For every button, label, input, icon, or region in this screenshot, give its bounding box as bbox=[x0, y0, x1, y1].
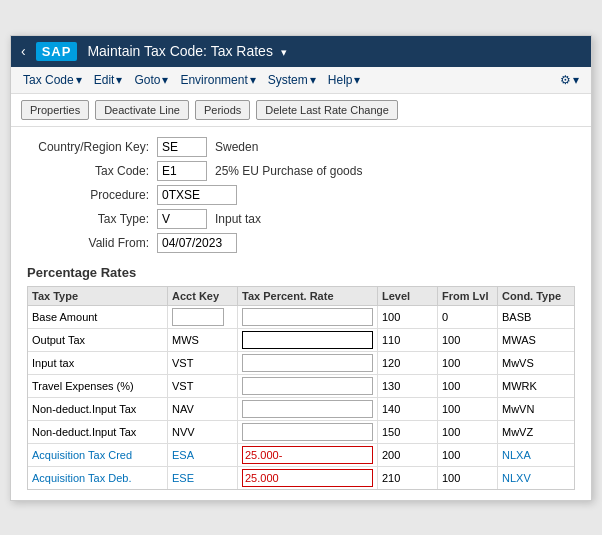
valid-from-label: Valid From: bbox=[27, 236, 157, 250]
cell-rate[interactable] bbox=[238, 329, 378, 351]
procedure-row: Procedure: bbox=[27, 185, 575, 205]
menu-bar: Tax Code ▾ Edit ▾ Goto ▾ Environment ▾ S… bbox=[11, 67, 591, 94]
country-region-input[interactable] bbox=[157, 137, 207, 157]
cell-tax-type: Base Amount bbox=[28, 306, 168, 328]
table-header: Tax Type Acct Key Tax Percent. Rate Leve… bbox=[28, 287, 574, 306]
table-row: Travel Expenses (%) VST 130 100 MWRK bbox=[28, 375, 574, 398]
cell-level: 130 bbox=[378, 375, 438, 397]
menu-tax-code[interactable]: Tax Code ▾ bbox=[19, 71, 86, 89]
rate-input-red[interactable] bbox=[242, 469, 373, 487]
procedure-input[interactable] bbox=[157, 185, 237, 205]
tax-type-input[interactable] bbox=[157, 209, 207, 229]
valid-from-row: Valid From: bbox=[27, 233, 575, 253]
cell-from-lvl: 100 bbox=[438, 398, 498, 420]
cell-tax-type: Output Tax bbox=[28, 329, 168, 351]
cond-type-value: NLXA bbox=[502, 449, 531, 461]
tax-type-label: Tax Type: bbox=[27, 212, 157, 226]
cell-from-lvl: 100 bbox=[438, 444, 498, 466]
valid-from-input[interactable] bbox=[157, 233, 237, 253]
country-region-name: Sweden bbox=[215, 140, 258, 154]
country-region-row: Country/Region Key: Sweden bbox=[27, 137, 575, 157]
procedure-label: Procedure: bbox=[27, 188, 157, 202]
cell-tax-type: Non-deduct.Input Tax bbox=[28, 421, 168, 443]
col-acct-key: Acct Key bbox=[168, 287, 238, 305]
rate-input[interactable] bbox=[242, 377, 373, 395]
tax-code-desc: 25% EU Purchase of goods bbox=[215, 164, 362, 178]
cell-acct-key[interactable] bbox=[168, 306, 238, 328]
menu-system[interactable]: System ▾ bbox=[264, 71, 320, 89]
cell-level: 100 bbox=[378, 306, 438, 328]
cell-acct-key: MWS bbox=[168, 329, 238, 351]
menu-environment[interactable]: Environment ▾ bbox=[176, 71, 259, 89]
toolbar: Properties Deactivate Line Periods Delet… bbox=[11, 94, 591, 127]
settings-menu[interactable]: ⚙ ▾ bbox=[556, 71, 583, 89]
cell-cond-type: MwVN bbox=[498, 398, 578, 420]
chevron-down-icon: ▾ bbox=[354, 73, 360, 87]
form-section: Country/Region Key: Sweden Tax Code: 25%… bbox=[27, 137, 575, 253]
tax-type-desc: Input tax bbox=[215, 212, 261, 226]
title-bar: ‹ SAP Maintain Tax Code: Tax Rates ▾ bbox=[11, 36, 591, 67]
cell-level: 150 bbox=[378, 421, 438, 443]
cell-rate[interactable] bbox=[238, 444, 378, 466]
col-level: Level bbox=[378, 287, 438, 305]
cell-level: 110 bbox=[378, 329, 438, 351]
acct-key-input[interactable] bbox=[172, 308, 224, 326]
cell-cond-type: MWRK bbox=[498, 375, 578, 397]
cell-tax-type[interactable]: Acquisition Tax Deb. bbox=[28, 467, 168, 489]
cell-tax-type: Non-deduct.Input Tax bbox=[28, 398, 168, 420]
table-row: Output Tax MWS 110 100 MWAS bbox=[28, 329, 574, 352]
main-window: ‹ SAP Maintain Tax Code: Tax Rates ▾ Tax… bbox=[10, 35, 592, 501]
cell-cond-type: MwVZ bbox=[498, 421, 578, 443]
rate-input[interactable] bbox=[242, 400, 373, 418]
window-title: Maintain Tax Code: Tax Rates ▾ bbox=[87, 43, 581, 59]
cell-cond-type: NLXA bbox=[498, 444, 578, 466]
chevron-down-icon: ▾ bbox=[250, 73, 256, 87]
back-button[interactable]: ‹ bbox=[21, 43, 26, 59]
tax-code-input[interactable] bbox=[157, 161, 207, 181]
chevron-down-icon: ▾ bbox=[573, 73, 579, 87]
tax-type-link[interactable]: Acquisition Tax Cred bbox=[32, 449, 132, 461]
rate-input[interactable] bbox=[242, 331, 373, 349]
menu-edit[interactable]: Edit ▾ bbox=[90, 71, 127, 89]
properties-button[interactable]: Properties bbox=[21, 100, 89, 120]
cell-rate[interactable] bbox=[238, 398, 378, 420]
tax-code-label: Tax Code: bbox=[27, 164, 157, 178]
cell-rate[interactable] bbox=[238, 375, 378, 397]
content-area: Country/Region Key: Sweden Tax Code: 25%… bbox=[11, 127, 591, 500]
chevron-down-icon: ▾ bbox=[116, 73, 122, 87]
rate-input-red[interactable] bbox=[242, 446, 373, 464]
periods-button[interactable]: Periods bbox=[195, 100, 250, 120]
acct-key-value: ESA bbox=[172, 449, 194, 461]
tax-code-row: Tax Code: 25% EU Purchase of goods bbox=[27, 161, 575, 181]
cell-rate[interactable] bbox=[238, 306, 378, 328]
table-row: Base Amount 100 0 BASB bbox=[28, 306, 574, 329]
sap-logo: SAP bbox=[36, 42, 78, 61]
cell-rate[interactable] bbox=[238, 421, 378, 443]
col-tax-type: Tax Type bbox=[28, 287, 168, 305]
rate-input[interactable] bbox=[242, 308, 373, 326]
cell-rate[interactable] bbox=[238, 467, 378, 489]
country-region-label: Country/Region Key: bbox=[27, 140, 157, 154]
col-from-lvl: From Lvl bbox=[438, 287, 498, 305]
cell-rate[interactable] bbox=[238, 352, 378, 374]
cell-tax-type: Input tax bbox=[28, 352, 168, 374]
cell-from-lvl: 100 bbox=[438, 467, 498, 489]
cell-tax-type[interactable]: Acquisition Tax Cred bbox=[28, 444, 168, 466]
rate-input[interactable] bbox=[242, 423, 373, 441]
cell-acct-key: NAV bbox=[168, 398, 238, 420]
cell-acct-key: VST bbox=[168, 375, 238, 397]
cell-cond-type: BASB bbox=[498, 306, 578, 328]
title-chevron-icon: ▾ bbox=[281, 46, 287, 58]
cell-acct-key: ESE bbox=[168, 467, 238, 489]
cell-from-lvl: 100 bbox=[438, 352, 498, 374]
delete-last-rate-change-button[interactable]: Delete Last Rate Change bbox=[256, 100, 398, 120]
rate-input[interactable] bbox=[242, 354, 373, 372]
deactivate-line-button[interactable]: Deactivate Line bbox=[95, 100, 189, 120]
cell-from-lvl: 100 bbox=[438, 421, 498, 443]
table-row: Acquisition Tax Cred ESA 200 100 NLXA bbox=[28, 444, 574, 467]
cell-cond-type: MwVS bbox=[498, 352, 578, 374]
cell-tax-type: Travel Expenses (%) bbox=[28, 375, 168, 397]
tax-type-link[interactable]: Acquisition Tax Deb. bbox=[32, 472, 131, 484]
menu-goto[interactable]: Goto ▾ bbox=[130, 71, 172, 89]
menu-help[interactable]: Help ▾ bbox=[324, 71, 365, 89]
